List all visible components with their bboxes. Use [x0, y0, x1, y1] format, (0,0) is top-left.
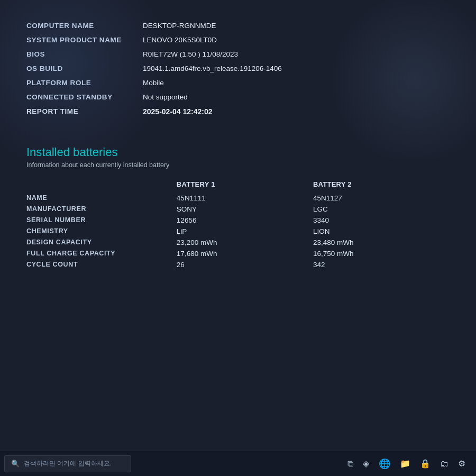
battery1-header: BATTERY 1	[177, 180, 313, 193]
sysinfo-value-6: 2025-02-04 12:42:02	[143, 105, 450, 120]
sysinfo-value-1: LENOVO 20K5S0LT0D	[143, 33, 450, 48]
battery-row-label-3: CHEMISTRY	[26, 226, 177, 237]
battery2-value-4: 23,480 mWh	[313, 237, 450, 248]
installed-batteries-section: Installed batteries Information about ea…	[26, 145, 450, 270]
battery-row-label-6: CYCLE COUNT	[26, 259, 177, 270]
installed-batteries-title: Installed batteries	[26, 145, 450, 159]
battery1-value-1: SONY	[177, 204, 313, 215]
battery1-value-6: 26	[177, 259, 313, 270]
battery-row: DESIGN CAPACITY 23,200 mWh 23,480 mWh	[26, 237, 450, 248]
sysinfo-value-3: 19041.1.amd64fre.vb_release.191206-1406	[143, 62, 450, 76]
battery2-value-0: 45N1127	[313, 193, 450, 204]
settings-icon[interactable]: ⚙	[458, 459, 465, 469]
battery-table: BATTERY 1 BATTERY 2 NAME 45N1111 45N1127…	[26, 180, 450, 270]
battery-row: CYCLE COUNT 26 342	[26, 259, 450, 270]
battery1-value-4: 23,200 mWh	[177, 237, 313, 248]
battery-row: CHEMISTRY LiP LION	[26, 226, 450, 237]
files-icon[interactable]: 🗂	[440, 459, 448, 469]
search-icon: 🔍	[11, 460, 20, 468]
sysinfo-value-2: R0IET72W (1.50 ) 11/08/2023	[143, 48, 450, 62]
battery1-value-2: 12656	[177, 215, 313, 226]
battery2-value-2: 3340	[313, 215, 450, 226]
taskbar: 🔍 검색하려면 여기에 입력하세요. ⧉ ◈ 🌐 📁 🔒 🗂 ⚙	[0, 451, 476, 476]
taskbar-search[interactable]: 🔍 검색하려면 여기에 입력하세요.	[4, 455, 131, 472]
battery2-value-3: LION	[313, 226, 450, 237]
sysinfo-label-6: REPORT TIME	[26, 105, 143, 120]
battery-row: MANUFACTURER SONY LGC	[26, 204, 450, 215]
battery1-value-3: LiP	[177, 226, 313, 237]
battery1-value-5: 17,680 mWh	[177, 248, 313, 259]
sysinfo-label-0: COMPUTER NAME	[26, 19, 143, 33]
taskbar-icons: ⧉ ◈ 🌐 📁 🔒 🗂 ⚙	[347, 458, 465, 470]
battery-row-label-5: FULL CHARGE CAPACITY	[26, 248, 177, 259]
battery-col-label-header	[26, 180, 177, 193]
edge-icon[interactable]: 🌐	[379, 458, 390, 470]
system-info-table: COMPUTER NAME DESKTOP-RGNNMDE SYSTEM PRO…	[26, 19, 450, 119]
widgets-icon[interactable]: ◈	[363, 459, 369, 469]
battery-row: FULL CHARGE CAPACITY 17,680 mWh 16,750 m…	[26, 248, 450, 259]
battery2-header: BATTERY 2	[313, 180, 450, 193]
explorer-icon[interactable]: 📁	[400, 459, 410, 469]
battery-row-label-0: NAME	[26, 193, 177, 204]
battery2-value-1: LGC	[313, 204, 450, 215]
sysinfo-value-5: Not supported	[143, 90, 450, 105]
battery-row-label-2: SERIAL NUMBER	[26, 215, 177, 226]
main-content: COMPUTER NAME DESKTOP-RGNNMDE SYSTEM PRO…	[0, 0, 476, 270]
sysinfo-value-0: DESKTOP-RGNNMDE	[143, 19, 450, 33]
lock-icon[interactable]: 🔒	[420, 459, 431, 469]
sysinfo-label-3: OS BUILD	[26, 62, 143, 76]
sysinfo-label-5: CONNECTED STANDBY	[26, 90, 143, 105]
battery1-value-0: 45N1111	[177, 193, 313, 204]
installed-batteries-subtitle: Information about each currently install…	[26, 161, 450, 169]
sysinfo-label-4: PLATFORM ROLE	[26, 76, 143, 90]
battery-row: SERIAL NUMBER 12656 3340	[26, 215, 450, 226]
task-view-icon[interactable]: ⧉	[347, 459, 353, 469]
sysinfo-value-4: Mobile	[143, 76, 450, 90]
taskbar-search-placeholder: 검색하려면 여기에 입력하세요.	[24, 459, 112, 468]
battery2-value-5: 16,750 mWh	[313, 248, 450, 259]
section-gap	[26, 124, 450, 145]
battery-row-label-4: DESIGN CAPACITY	[26, 237, 177, 248]
sysinfo-label-1: SYSTEM PRODUCT NAME	[26, 33, 143, 48]
battery-row: NAME 45N1111 45N1127	[26, 193, 450, 204]
battery-row-label-1: MANUFACTURER	[26, 204, 177, 215]
sysinfo-label-2: BIOS	[26, 48, 143, 62]
battery2-value-6: 342	[313, 259, 450, 270]
